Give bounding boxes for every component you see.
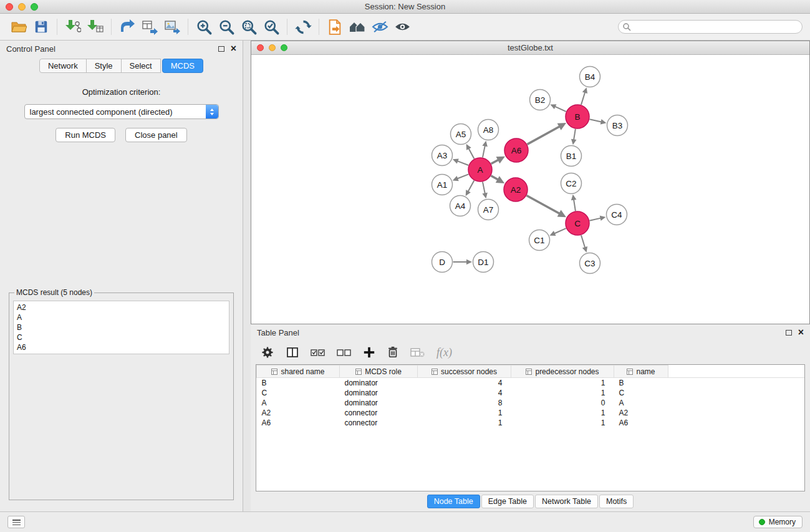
unselect-all-icon[interactable] [337,347,352,358]
edge-A-A3[interactable] [453,158,468,165]
function-builder-icon[interactable]: f(x) [436,346,452,359]
cell[interactable]: 1 [418,408,511,418]
cell[interactable]: 8 [418,398,511,408]
add-row-icon[interactable] [363,346,375,359]
zoom-window-button[interactable] [31,3,38,11]
delete-table-icon[interactable] [410,347,425,358]
node-B2[interactable]: B2 [530,90,551,110]
column-header-name[interactable]: name [614,365,668,378]
edge-A-A7[interactable] [482,182,487,199]
node-D[interactable]: D [432,252,453,273]
search-input[interactable] [618,20,803,34]
cell[interactable]: 1 [418,418,511,428]
edge-A6-B[interactable] [528,123,567,144]
edge-B-B3[interactable] [590,119,607,124]
tab-network-table[interactable]: Network Table [535,495,598,508]
cell[interactable]: 4 [418,388,511,398]
edge-B-B4[interactable] [581,87,587,105]
node-B[interactable]: B [566,105,589,128]
edge-C-C3[interactable] [581,235,587,253]
cell[interactable]: 1 [511,408,614,418]
node-A4[interactable]: A4 [450,196,471,216]
cell[interactable]: 4 [418,378,511,388]
network-canvas[interactable]: AA1A2A3A4A5A6A7A8BB1B2B3B4CC1C2C3C4DD1 [251,55,809,324]
edge-C-C4[interactable] [590,216,606,221]
import-table-from-file-icon[interactable] [84,16,107,37]
tab-network[interactable]: Network [39,59,87,73]
node-C[interactable]: C [566,211,589,235]
import-network-from-url-icon[interactable] [116,16,138,37]
optimization-criterion-select[interactable]: largest connected component (directed) [24,104,219,119]
import-network-from-file-icon[interactable] [62,16,84,37]
cell[interactable]: C [614,388,668,398]
zoom-selected-icon[interactable] [260,16,282,37]
node-B3[interactable]: B3 [607,115,628,136]
task-history-button[interactable] [7,516,25,528]
table-row-c[interactable]: Cdominator41C [257,388,805,398]
show-columns-icon[interactable] [286,346,299,359]
close-table-panel-icon[interactable]: × [798,329,804,336]
table-row-a6[interactable]: A6connector11A6 [257,418,805,428]
node-B4[interactable]: B4 [580,67,600,87]
memory-button[interactable]: Memory [753,516,803,528]
edge-A-A2[interactable] [491,176,504,183]
cell[interactable]: connector [340,418,418,428]
show-graphics-details-icon[interactable] [391,16,413,37]
tab-style[interactable]: Style [86,59,122,73]
cell[interactable]: dominator [340,378,418,388]
table-row-a2[interactable]: A2connector11A2 [257,408,805,418]
cell[interactable]: C [257,388,340,398]
cell[interactable]: dominator [340,388,418,398]
tab-mcds[interactable]: MCDS [162,59,203,73]
edge-C-C1[interactable] [549,228,566,236]
network-zoom-button[interactable] [281,44,287,51]
edge-A-A6[interactable] [491,157,505,164]
tab-motifs[interactable]: Motifs [599,495,634,508]
close-panel-icon[interactable]: × [231,45,236,52]
column-header-shared-name[interactable]: shared name [257,365,340,378]
edge-D-D1[interactable] [453,259,473,265]
node-A3[interactable]: A3 [432,145,453,166]
column-header-predecessor-nodes[interactable]: predecessor nodes [511,365,614,378]
network-overview-icon[interactable] [324,16,346,37]
cell[interactable]: 0 [511,398,614,408]
result-item-a[interactable]: A [17,312,226,322]
node-A5[interactable]: A5 [451,124,471,145]
node-D1[interactable]: D1 [473,252,494,273]
select-all-icon[interactable] [311,347,325,358]
node-A1[interactable]: A1 [432,175,453,195]
cell[interactable]: B [257,378,340,388]
cell[interactable]: 1 [511,418,614,428]
edge-C-C2[interactable] [571,195,577,211]
float-table-panel-icon[interactable] [786,330,792,336]
edge-A-A1[interactable] [453,174,469,181]
table-row-b[interactable]: Bdominator41B [257,378,805,388]
tab-node-table[interactable]: Node Table [427,495,480,508]
node-A6[interactable]: A6 [504,138,528,162]
node-A7[interactable]: A7 [478,200,499,220]
result-item-c[interactable]: C [17,332,226,342]
column-header-MCDS-role[interactable]: MCDS role [340,365,418,378]
cell[interactable]: A [257,398,340,408]
result-item-b[interactable]: B [17,322,226,332]
table-row-a[interactable]: Adominator80A [257,398,805,408]
cell[interactable]: A2 [614,408,668,418]
zoom-in-icon[interactable] [193,16,215,37]
node-A2[interactable]: A2 [504,178,528,201]
zoom-out-icon[interactable] [215,16,238,37]
import-table-from-url-icon[interactable] [138,16,161,37]
cell[interactable]: connector [340,408,418,418]
edge-A-A4[interactable] [466,181,475,196]
column-header-successor-nodes[interactable]: successor nodes [418,365,511,378]
node-A[interactable]: A [468,158,492,181]
edge-B-B2[interactable] [550,104,566,112]
save-session-icon[interactable] [30,16,52,37]
delete-rows-icon[interactable] [387,346,399,359]
cell[interactable]: 1 [511,378,614,388]
result-item-a2[interactable]: A2 [17,302,226,312]
cell[interactable]: B [614,378,668,388]
node-C1[interactable]: C1 [529,230,550,251]
hide-graphics-details-icon[interactable] [369,16,391,37]
node-C3[interactable]: C3 [580,253,600,274]
cell[interactable]: A2 [257,408,340,418]
